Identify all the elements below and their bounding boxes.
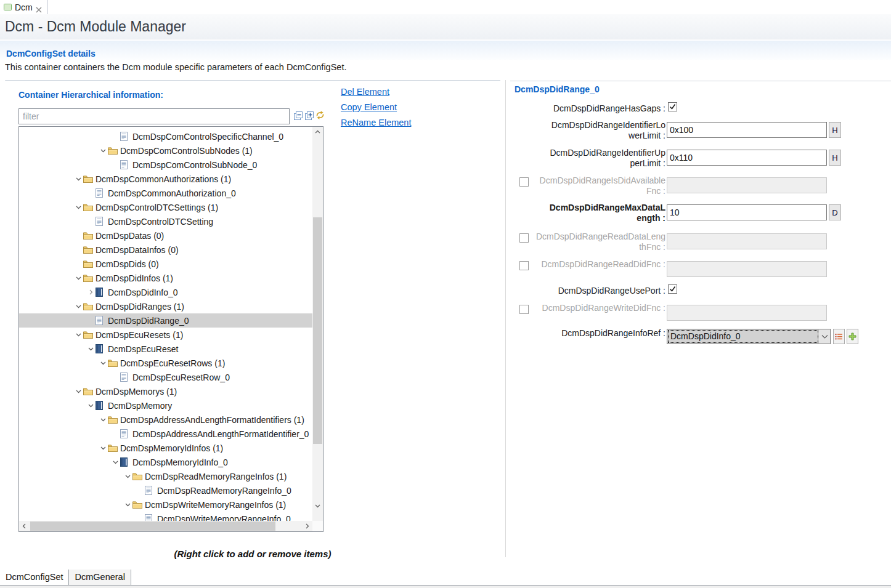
tree-item[interactable]: DcmDspDids (0) (19, 257, 312, 271)
folder-icon (83, 387, 94, 396)
tree-item[interactable]: DcmDspMemory (19, 398, 312, 413)
link-rename-element[interactable]: ReName Element (341, 118, 411, 127)
chevron-down-icon[interactable] (123, 473, 132, 479)
chevron-down-icon[interactable] (819, 329, 830, 344)
tree-item[interactable]: DcmDspWriteMemoryRangeInfos (1) (19, 497, 312, 512)
link-copy-element[interactable]: Copy Element (341, 102, 397, 112)
tree-indent (19, 264, 73, 264)
expand-all-icon[interactable] (304, 111, 314, 121)
tree-item[interactable]: DcmDspAddressAndLengthFormatIdentifiers … (19, 413, 312, 427)
dcm-module-manager-window: Dcm Dcm - Dcm Module Manager DcmConfigSe… (0, 0, 891, 588)
tree-item[interactable]: DcmDspReadMemoryRangeInfo_0 (19, 483, 312, 497)
chevron-down-icon[interactable] (86, 403, 96, 408)
chevron-down-icon[interactable] (73, 204, 83, 210)
tree-item-label: DcmDspCommonAuthorization_0 (107, 188, 236, 198)
enable-checkbox[interactable] (519, 233, 529, 243)
chevron-down-icon[interactable] (86, 346, 96, 352)
chevron-down-icon[interactable] (73, 304, 83, 309)
chevron-down-icon[interactable] (98, 445, 108, 451)
value-input[interactable] (667, 122, 827, 138)
tree-item[interactable]: DcmDspMemoryIdInfos (1) (19, 441, 312, 455)
tab-dcmconfigset[interactable]: DcmConfigSet (0, 570, 69, 585)
hierarchy-heading: Container Hierarchical information: (18, 90, 163, 100)
tree-item[interactable]: DcmDspCommonAuthorizations (1) (19, 172, 312, 186)
tree-indent (19, 292, 86, 292)
section-description: This container containers the Dcm module… (5, 62, 346, 72)
tree-item-label: DcmDspEcuResets (1) (94, 330, 183, 340)
tree-item[interactable]: DcmDspCommonAuthorization_0 (19, 186, 312, 200)
chevron-down-icon[interactable] (110, 459, 120, 465)
value-checkbox[interactable] (668, 102, 677, 111)
hex-format-button[interactable]: H (829, 150, 841, 166)
value-input[interactable] (667, 204, 827, 220)
enable-checkbox[interactable] (519, 305, 529, 314)
chevron-down-icon[interactable] (73, 275, 83, 281)
chevron-down-icon[interactable] (73, 389, 83, 394)
tree-item[interactable]: DcmDspDatas (0) (19, 228, 312, 243)
dec-format-button[interactable]: D (829, 204, 841, 220)
tree-item[interactable]: DcmDspEcuResets (1) (19, 328, 312, 342)
scroll-down-icon[interactable] (312, 501, 323, 511)
field-DcmDspDidRangeIdentifierUpperLimit: DcmDspDidRangeIdentifierUpperLimit :H (510, 147, 891, 174)
chevron-right-icon[interactable] (86, 289, 96, 295)
tree-item[interactable]: DcmDspControlDTCSettings (1) (19, 200, 312, 214)
tree-item-label: DcmDspComControlSubNode_0 (131, 160, 257, 170)
doc-icon (96, 188, 107, 198)
collapse-all-icon[interactable] (293, 111, 303, 121)
tree-item[interactable]: DcmDspComControlSpecificChannel_0 (19, 129, 312, 143)
tree-item[interactable]: DcmDspWriteMemoryRangeInfo_0 (19, 512, 312, 522)
value-input[interactable] (667, 150, 827, 166)
tree-item[interactable]: DcmDspReadMemoryRangeInfos (1) (19, 469, 312, 483)
tree-item-label: DcmDspReadMemoryRangeInfo_0 (156, 486, 291, 496)
chevron-down-icon[interactable] (98, 148, 108, 153)
chevron-down-icon[interactable] (73, 176, 83, 182)
reference-combobox[interactable]: DcmDspDidInfo_0 (667, 329, 831, 344)
chevron-down-icon[interactable] (98, 417, 108, 422)
link-del-element[interactable]: Del Element (341, 87, 389, 97)
scroll-left-icon[interactable] (19, 521, 30, 531)
add-button[interactable] (847, 329, 858, 344)
folder-icon (108, 359, 119, 368)
enable-checkbox[interactable] (519, 177, 529, 187)
tree-indent (19, 518, 135, 519)
tree-item-label: DcmDspAddressAndLengthFormatIdentifier_0 (131, 429, 309, 439)
tree-vertical-scrollbar[interactable] (312, 127, 323, 522)
section-title: DcmConfigSet details (6, 49, 96, 58)
tree-item[interactable]: DcmDspMemorys (1) (19, 384, 312, 398)
tree-indent (19, 448, 98, 448)
tree-item[interactable]: DcmDspComControlSubNodes (1) (19, 143, 312, 158)
tree-item[interactable]: DcmDspDidInfo_0 (19, 285, 312, 299)
tree-item[interactable]: DcmDspMemoryIdInfo_0 (19, 455, 312, 469)
tree-item[interactable]: DcmDspDidRanges (1) (19, 299, 312, 313)
vertical-scroll-thumb[interactable] (313, 217, 322, 444)
hex-format-button[interactable]: H (829, 122, 841, 138)
tree-item[interactable]: DcmDspEcuResetRows (1) (19, 356, 312, 370)
chevron-down-icon[interactable] (73, 332, 83, 337)
editor-tab-dcm[interactable]: Dcm (0, 0, 48, 14)
tree-item[interactable]: DcmDspControlDTCSetting (19, 214, 312, 228)
chevron-down-icon[interactable] (98, 360, 108, 366)
filter-input[interactable] (18, 108, 290, 124)
tree-item[interactable]: DcmDspAddressAndLengthFormatIdentifier_0 (19, 427, 312, 441)
scroll-right-icon[interactable] (302, 521, 312, 531)
tree-horizontal-scrollbar[interactable] (19, 521, 312, 531)
tree-item[interactable]: DcmDspEcuReset (19, 342, 312, 356)
enable-checkbox[interactable] (519, 261, 529, 270)
refresh-icon[interactable] (315, 110, 325, 121)
close-icon[interactable] (36, 4, 42, 10)
tree-item[interactable]: DcmDspDataInfos (0) (19, 243, 312, 257)
tree-item[interactable]: DcmDspDidInfos (1) (19, 271, 312, 285)
tree-item[interactable]: DcmDspComControlSubNode_0 (19, 158, 312, 172)
field-DcmDspDidRangeMaxDataLength: DcmDspDidRangeMaxDataLength :D (510, 201, 891, 230)
tree-item[interactable]: DcmDspEcuResetRow_0 (19, 370, 312, 384)
tree-item[interactable]: DcmDspDidRange_0 (19, 313, 312, 328)
properties-panel: DcmDspDidRange_0 DcmDspDidRangeHasGaps :… (510, 81, 891, 560)
tab-dcmgeneral[interactable]: DcmGeneral (69, 570, 131, 585)
list-button[interactable] (833, 329, 845, 344)
tree-item-label: DcmDspEcuResetRows (1) (119, 358, 225, 368)
doc-icon (120, 429, 131, 438)
scroll-up-icon[interactable] (312, 127, 323, 137)
horizontal-scroll-thumb[interactable] (30, 522, 275, 531)
chevron-down-icon[interactable] (123, 502, 132, 507)
value-checkbox[interactable] (668, 284, 677, 294)
